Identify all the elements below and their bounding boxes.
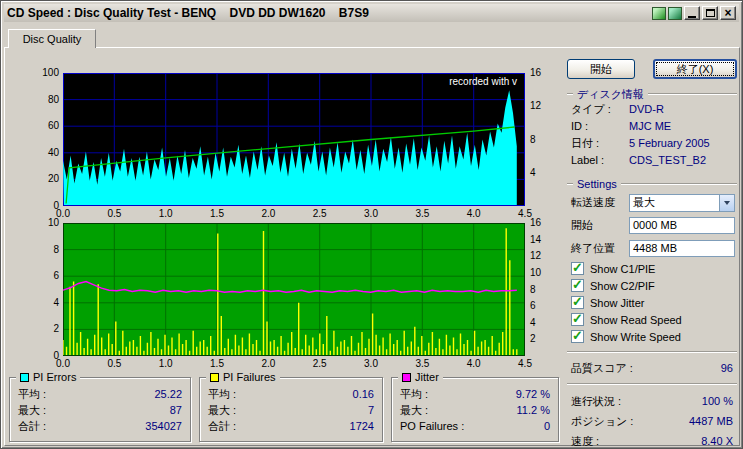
legend-jitter-title: Jitter [398, 371, 443, 383]
tab-disc-quality[interactable]: Disc Quality [8, 29, 96, 48]
title-bar[interactable]: CD Speed : Disc Quality Test - BENQ DVD … [4, 4, 739, 22]
disc-info-header-label: ディスク情報 [577, 87, 644, 102]
row-label: 平均 : [400, 387, 428, 403]
cdspeed-logo-icon-2[interactable] [668, 7, 682, 20]
jitter-swatch-icon [402, 373, 411, 382]
checkbox-label: Show Write Speed [590, 331, 681, 343]
row-value: 11.2 % [517, 403, 550, 419]
pif-jitter-chart [63, 223, 525, 356]
start-button[interactable]: 開始 [567, 59, 635, 79]
row-value: 8.40 X [701, 435, 733, 447]
speed-select[interactable]: 最大 [629, 194, 735, 212]
legend-row: 合計 :1724 [208, 419, 374, 435]
disc-date-row: 日付 :5 February 2005 [565, 135, 739, 152]
row-label: ID : [571, 118, 629, 135]
minimize-icon [688, 16, 696, 18]
divider [567, 383, 737, 385]
check-icon: ✓ [572, 294, 583, 309]
row-label: 日付 : [571, 135, 629, 152]
legend-row: 最大 :7 [208, 403, 374, 419]
divider [567, 93, 573, 95]
quality-score-row: 品質スコア : 96 [565, 359, 739, 377]
tab-label: Disc Quality [23, 33, 82, 45]
cdspeed-logo-icon[interactable] [652, 7, 666, 20]
legend-row: 最大 :87 [18, 403, 182, 419]
pie-chart: recorded with v [63, 73, 525, 206]
checkbox-show-c1pie[interactable]: ✓Show C1/PIE [565, 260, 739, 277]
legend-pi-failures-title: PI Failures [206, 371, 280, 383]
start-position-input[interactable]: 0000 MB [629, 217, 735, 234]
legend-row: 平均 :9.72 % [400, 387, 550, 403]
row-label: 終了位置 [571, 241, 629, 256]
legend-jitter: Jitter 平均 :9.72 % 最大 :PO Failures :11.2 … [391, 377, 559, 442]
checkbox-show-c2pif[interactable]: ✓Show C2/PIF [565, 277, 739, 294]
divider [621, 183, 737, 185]
legend-row: 平均 :0.16 [208, 387, 374, 403]
row-label: タイプ : [571, 101, 629, 118]
chevron-down-icon [724, 201, 730, 205]
checkbox-icon: ✓ [571, 279, 584, 292]
pif-jitter-chart-canvas [63, 223, 525, 356]
disc-label-row: Label :CDS_TEST_B2 [565, 152, 739, 169]
row-value: 87 [170, 403, 182, 419]
row-value: 7 [368, 403, 374, 419]
svg-text:recorded with v: recorded with v [449, 76, 517, 87]
disc-info-header: ディスク情報 [565, 87, 739, 101]
row-value: 100 % [702, 395, 733, 407]
progress-row: 進行状況 :100 % [565, 391, 739, 411]
legend-pi-errors: PI Errors 平均 :25.22 最大 :87 合計 :354027 [9, 377, 191, 442]
close-icon: × [724, 8, 731, 18]
maximize-button[interactable] [702, 6, 718, 20]
checkbox-show-read-speed[interactable]: ✓Show Read Speed [565, 311, 739, 328]
checkbox-icon: ✓ [571, 330, 584, 343]
exit-button[interactable]: 終了(X) [653, 59, 737, 79]
row-value: 4487 MB [689, 415, 733, 427]
row-value: MJC ME [629, 118, 671, 135]
row-label: 合計 : [208, 419, 236, 435]
checkbox-label: Show Read Speed [590, 314, 682, 326]
end-position-row: 終了位置 4488 MB [565, 237, 739, 260]
combo-arrow-button[interactable] [719, 195, 734, 211]
checkbox-show-write-speed[interactable]: ✓Show Write Speed [565, 328, 739, 345]
start-position-row: 開始 0000 MB [565, 214, 739, 237]
minimize-button[interactable] [684, 6, 700, 20]
legend-pi-failures: PI Failures 平均 :0.16 最大 :7 合計 :1724 [199, 377, 383, 442]
row-label: PO Failures : [400, 419, 464, 435]
legend-title: PI Errors [33, 371, 76, 383]
close-button[interactable]: × [720, 6, 736, 20]
legend-title: Jitter [415, 371, 439, 383]
disc-id-row: ID :MJC ME [565, 118, 739, 135]
row-label: 速度 : [571, 434, 599, 449]
divider [648, 93, 737, 95]
row-label: 進行状況 : [571, 394, 621, 409]
maximize-icon [706, 9, 715, 17]
legend-row: PO Failures :0 [400, 419, 550, 435]
row-label: Label : [571, 152, 629, 169]
row-label: 最大 : [400, 403, 428, 419]
checkbox-show-jitter[interactable]: ✓Show Jitter [565, 294, 739, 311]
legend-pi-errors-title: PI Errors [16, 371, 80, 383]
check-icon: ✓ [572, 311, 583, 326]
end-position-input[interactable]: 4488 MB [629, 240, 735, 257]
speed-row: 転送速度 最大 [565, 191, 739, 214]
app-window: CD Speed : Disc Quality Test - BENQ DVD … [0, 0, 743, 449]
checkbox-label: Show Jitter [590, 297, 644, 309]
row-label: 最大 : [18, 403, 46, 419]
divider [567, 183, 573, 185]
row-label: 最大 : [208, 403, 236, 419]
row-value: 9.72 % [516, 387, 550, 403]
row-value: 0.16 [353, 387, 374, 403]
legend-row: 合計 :354027 [18, 419, 182, 435]
row-value: 5 February 2005 [629, 135, 710, 152]
row-label: 転送速度 [571, 195, 629, 210]
row-label: 平均 : [18, 387, 46, 403]
checkbox-icon: ✓ [571, 313, 584, 326]
speed-select-value: 最大 [630, 195, 719, 210]
action-buttons: 開始 終了(X) [565, 59, 739, 79]
check-icon: ✓ [572, 260, 583, 275]
check-icon: ✓ [572, 277, 583, 292]
position-row: ポジション :4487 MB [565, 411, 739, 431]
check-icon: ✓ [572, 328, 583, 343]
pie-chart-canvas: recorded with v [63, 73, 525, 206]
row-value: CDS_TEST_B2 [629, 152, 706, 169]
